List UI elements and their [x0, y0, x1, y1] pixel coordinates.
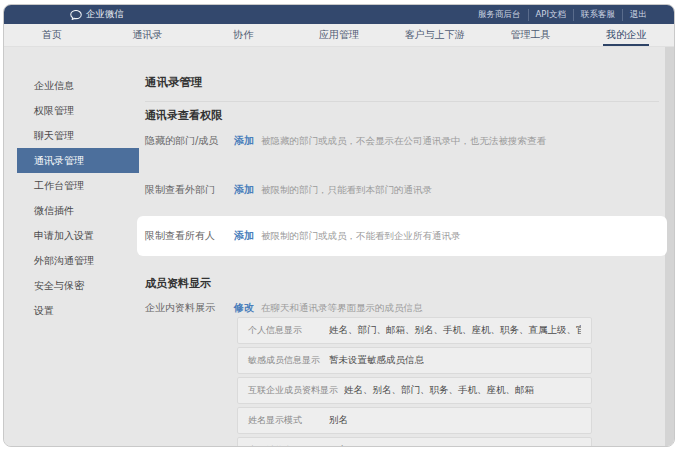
add-link[interactable]: 添加 — [234, 229, 254, 243]
topbar-link-contact-support[interactable]: 联系客服 — [573, 9, 622, 21]
setting-description: 被隐藏的部门或成员，不会显示在公司通讯录中，也无法被搜索查看 — [261, 135, 546, 148]
setting-row-internal-profile: 企业内资料展示 修改 在聊天和通讯录等界面显示的成员信息 — [145, 301, 423, 315]
tab-collaboration[interactable]: 协作 — [195, 24, 291, 46]
panel-row-personal-info: 个人信息显示 姓名、部门、邮箱、别名、手机、座机、职务、直属上级、官网、测... — [237, 317, 592, 344]
setting-row-hidden-departments: 隐藏的部门/成员 添加 被隐藏的部门或成员，不会显示在公司通讯录中，也无法被搜索… — [145, 134, 546, 148]
app-logo: 企业微信 — [70, 8, 124, 21]
panel-value: 别名 — [329, 414, 348, 427]
modify-link[interactable]: 修改 — [234, 301, 254, 315]
nav-bar: 首页 通讯录 协作 应用管理 客户与上下游 管理工具 我的企业 — [4, 24, 674, 47]
panel-row-linked-company-info: 互联企业成员资料显示 姓名、别名、部门、职务、手机、座机、邮箱 — [237, 377, 592, 404]
panel-value: 姓名、别名、部门、职务、手机、座机、邮箱 — [344, 384, 534, 397]
highlighted-row-restrict-everyone: 限制查看所有人 添加 被限制的部门或成员，不能看到企业所有通讯录 — [137, 216, 667, 256]
app-logo-text: 企业微信 — [86, 8, 124, 21]
sidebar-item-settings[interactable]: 设置 — [17, 298, 139, 323]
content-area: 企业信息 权限管理 聊天管理 通讯录管理 工作台管理 微信插件 申请加入设置 外… — [4, 47, 674, 446]
topbar-links: 服务商后台 API文档 联系客服 退出 — [471, 9, 654, 21]
tab-home[interactable]: 首页 — [4, 24, 100, 46]
tab-customers[interactable]: 客户与上下游 — [387, 24, 483, 46]
panel-label: 桌面端信息显示 — [248, 444, 323, 447]
main-panel: 通讯录管理 通讯录查看权限 隐藏的部门/成员 添加 被隐藏的部门或成员，不会显示… — [140, 47, 668, 446]
topbar-link-logout[interactable]: 退出 — [622, 9, 654, 21]
setting-row-restrict-everyone: 限制查看所有人 添加 被限制的部门或成员，不能看到企业所有通讯录 — [137, 216, 667, 256]
sidebar-item-external-communication[interactable]: 外部沟通管理 — [17, 248, 139, 273]
section-title-view-permissions: 通讯录查看权限 — [145, 108, 222, 123]
sidebar-item-workbench[interactable]: 工作台管理 — [17, 173, 139, 198]
setting-label: 限制查看外部门 — [145, 183, 234, 197]
setting-description: 被限制的部门或成员，不能看到企业所有通讯录 — [261, 230, 461, 243]
sidebar: 企业信息 权限管理 聊天管理 通讯录管理 工作台管理 微信插件 申请加入设置 外… — [17, 73, 139, 323]
page-title: 通讯录管理 — [145, 75, 203, 90]
sidebar-item-contacts-management[interactable]: 通讯录管理 — [17, 148, 139, 173]
setting-label: 企业内资料展示 — [145, 301, 234, 315]
tab-admin-tools[interactable]: 管理工具 — [483, 24, 579, 46]
profile-display-panel: 个人信息显示 姓名、部门、邮箱、别名、手机、座机、职务、直属上级、官网、测...… — [237, 317, 592, 447]
panel-label: 敏感成员信息显示 — [248, 354, 323, 367]
topbar-link-service-console[interactable]: 服务商后台 — [471, 9, 528, 21]
sidebar-item-join-settings[interactable]: 申请加入设置 — [17, 223, 139, 248]
sidebar-item-company-info[interactable]: 企业信息 — [17, 73, 139, 98]
panel-label: 互联企业成员资料显示 — [248, 384, 338, 397]
setting-description: 被限制的部门，只能看到本部门的通讯录 — [261, 184, 432, 197]
panel-value: 职务 — [329, 444, 348, 447]
add-link[interactable]: 添加 — [234, 134, 254, 148]
tab-my-company[interactable]: 我的企业 — [578, 24, 674, 46]
panel-label: 姓名显示模式 — [248, 414, 323, 427]
sidebar-item-wechat-plugin[interactable]: 微信插件 — [17, 198, 139, 223]
setting-row-restrict-other-departments: 限制查看外部门 添加 被限制的部门，只能看到本部门的通讯录 — [145, 183, 432, 197]
panel-label: 个人信息显示 — [248, 324, 323, 337]
sidebar-item-chat-management[interactable]: 聊天管理 — [17, 123, 139, 148]
add-link[interactable]: 添加 — [234, 183, 254, 197]
tab-contacts[interactable]: 通讯录 — [100, 24, 196, 46]
panel-value: 暂未设置敏感成员信息 — [329, 354, 424, 367]
panel-row-name-display-mode: 姓名显示模式 别名 — [237, 407, 592, 434]
tab-app-management[interactable]: 应用管理 — [291, 24, 387, 46]
panel-value: 姓名、部门、邮箱、别名、手机、座机、职务、直属上级、官网、测... — [329, 324, 581, 337]
setting-description: 在聊天和通讯录等界面显示的成员信息 — [261, 302, 423, 315]
topbar: 企业微信 服务商后台 API文档 联系客服 退出 — [4, 5, 674, 24]
panel-row-desktop-info: 桌面端信息显示 职务 — [237, 437, 592, 447]
app-window: 企业微信 服务商后台 API文档 联系客服 退出 首页 通讯录 协作 应用管理 … — [3, 4, 675, 447]
sidebar-item-permissions[interactable]: 权限管理 — [17, 98, 139, 123]
setting-label: 限制查看所有人 — [145, 229, 234, 243]
topbar-link-api-docs[interactable]: API文档 — [528, 9, 573, 21]
divider — [145, 101, 659, 102]
setting-label: 隐藏的部门/成员 — [145, 134, 234, 148]
chat-bubble-icon — [70, 10, 82, 20]
sidebar-item-security[interactable]: 安全与保密 — [17, 273, 139, 298]
panel-row-sensitive-info: 敏感成员信息显示 暂未设置敏感成员信息 — [237, 347, 592, 374]
section-title-member-profile: 成员资料显示 — [145, 276, 211, 291]
